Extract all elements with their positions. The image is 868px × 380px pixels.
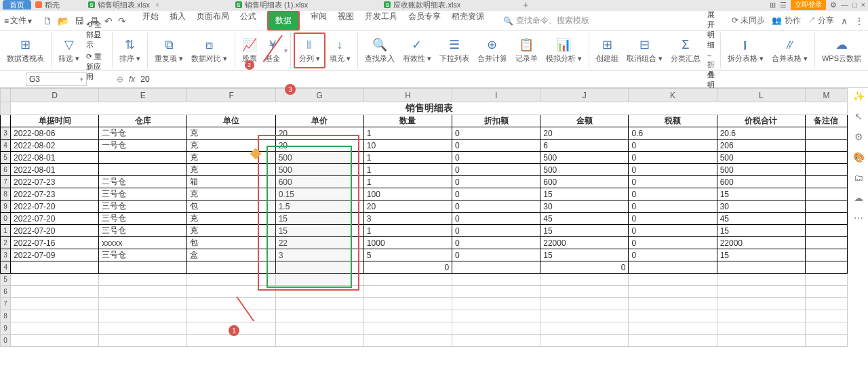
login-button[interactable]: 立即登录 (791, 0, 826, 10)
table-row[interactable]: 72022-07-23二号仓箱600106000600 (1, 176, 848, 188)
coop-button[interactable]: 👥 协作 (772, 15, 800, 26)
cancel-icon[interactable]: ⊖ (117, 75, 123, 84)
tab-home[interactable]: 首页 (3, 0, 31, 9)
tab-add[interactable]: + (519, 0, 532, 9)
col-header-H[interactable]: H (363, 89, 452, 102)
backup-icon[interactable]: ☁ (854, 192, 863, 203)
command-search[interactable]: 🔍 查找命令、搜索模板 (503, 15, 589, 26)
filter-button[interactable]: ▽筛选 ▾ (54, 33, 83, 68)
sparkle-icon[interactable]: ✨ (853, 91, 865, 102)
ribbon-tabs: 开始 插入 页面布局 公式 数据 审阅 视图 开发工具 会员专享 稻壳资源 (142, 11, 484, 30)
table-header-row: 单据时间仓库单位单价数量折扣额金额税额价税合计备注信 (1, 115, 848, 127)
list-view-icon[interactable]: ☰ (780, 1, 787, 9)
collapse-ribbon-icon[interactable]: ∧ (841, 16, 848, 26)
col-header-J[interactable]: J (540, 89, 629, 102)
table-row[interactable]: 42022-08-02一号仓克2010060206 (1, 140, 848, 152)
what-if-button[interactable]: 📊模拟分析 ▾ (542, 33, 586, 68)
share-button[interactable]: ↗ 分享 (808, 15, 834, 26)
tab-formula[interactable]: 公式 (240, 11, 256, 30)
subtotal-button[interactable]: Σ分类汇总 (667, 33, 705, 68)
data-compare-button[interactable]: ⧈数据对比 ▾ (187, 33, 231, 68)
select-all-corner[interactable] (1, 89, 11, 102)
tab-dev[interactable]: 开发工具 (365, 11, 397, 30)
xlsx-icon: S (88, 1, 95, 8)
pivot-button[interactable]: ⊞数据透视表 (3, 33, 48, 68)
table-row[interactable]: 32022-08-06二号仓克2010200.620.6 (1, 127, 848, 140)
style-icon[interactable]: 🎨 (853, 152, 865, 163)
ungroup-button[interactable]: ⊟取消组合 ▾ (623, 33, 667, 68)
tab-start[interactable]: 开始 (142, 11, 159, 30)
dropdown-list-button[interactable]: ☰下拉列表 (435, 33, 473, 68)
tab-member[interactable]: 会员专享 (408, 11, 441, 30)
show-all-button[interactable]: ⟲ 全部显示 (86, 20, 106, 50)
reapply-button[interactable]: ⟳ 重新应用 (86, 51, 106, 82)
col-header-M[interactable]: M (805, 89, 847, 102)
table-row[interactable]: 22022-07-16xxxxx包221000022000022000 (1, 237, 848, 249)
consolidate-button[interactable]: ⊕合并计算 (473, 33, 511, 68)
tab-data[interactable]: 数据 (267, 11, 300, 30)
tab-insert[interactable]: 插入 (170, 11, 186, 30)
tab-review[interactable]: 审阅 (311, 11, 327, 30)
col-header-K[interactable]: K (629, 89, 717, 102)
minimize-button[interactable]: — (841, 1, 848, 9)
annotation-3: 3 (285, 84, 296, 95)
search-icon: 🔍 (503, 16, 513, 26)
name-box[interactable]: G3▾ (26, 72, 87, 86)
wps-cloud-button[interactable]: ☁WPS云数据 (818, 33, 865, 68)
save-icon[interactable]: 🖫 (75, 16, 84, 26)
formula-bar: G3▾ ⊖ fx 20 (0, 70, 868, 88)
duplicates-button[interactable]: ⧉重复项 ▾ (151, 33, 187, 68)
table-row[interactable]: 82022-07-23三号仓克0.15100015015 (1, 188, 848, 200)
fund-button[interactable]: ￥基金 (261, 33, 284, 68)
sync-status[interactable]: ⟳ 未同步 (732, 15, 765, 26)
table-row[interactable]: 02022-07-20三号仓克153045045 (1, 213, 848, 225)
find-entry-button[interactable]: 🔍查找录入 (361, 33, 399, 68)
text-to-columns-button[interactable]: ⫴分列 ▾ (294, 33, 326, 68)
table-row[interactable]: 12022-07-20三号仓克151015015 (1, 225, 848, 237)
tab-file1[interactable]: S销售明细表.xlsx× (84, 0, 163, 9)
stock-button[interactable]: 📈股票2 (238, 33, 261, 68)
fx-icon[interactable]: fx (129, 75, 135, 84)
file-menu[interactable]: ≡ 文件 ▾ (4, 15, 32, 26)
tab-layout[interactable]: 页面布局 (197, 11, 229, 30)
more-icon[interactable]: ⋮ (854, 16, 864, 26)
tab-view[interactable]: 视图 (338, 11, 354, 30)
settings-icon[interactable]: ⚙ (854, 131, 863, 142)
table-row[interactable]: 52022-08-01克500105000500 (1, 152, 848, 164)
validation-button[interactable]: ✓有效性 ▾ (399, 33, 435, 68)
more-sidebar-icon[interactable]: ⋯ (854, 213, 863, 224)
settings-icon[interactable]: ⚙ (830, 1, 837, 9)
col-header-I[interactable]: I (452, 89, 540, 102)
merge-table-button[interactable]: ⫽合并表格 ▾ (768, 33, 812, 68)
table-row[interactable]: 92022-07-20三号仓包1.520030030 (1, 200, 848, 213)
formula-input[interactable]: 20 (140, 75, 149, 84)
sort-button[interactable]: ⇅排序 ▾ (115, 33, 144, 68)
tab-daoke[interactable]: 稻壳 (31, 0, 64, 9)
table-row[interactable]: 62022-08-01克500105000500 (1, 164, 848, 176)
record-form-button[interactable]: 📋记录单 (511, 33, 542, 68)
annotation-2: 2 (245, 60, 254, 70)
close-icon[interactable]: × (155, 1, 159, 9)
fill-button[interactable]: ↓填充 ▾ (326, 33, 355, 68)
split-table-button[interactable]: ⫿拆分表格 ▾ (724, 33, 768, 68)
title-bar: 首页 稻壳 S销售明细表.xlsx× S销售明细表 (1).xlsx S应收账款… (0, 0, 868, 11)
daoke-icon (35, 1, 42, 8)
toolbox-icon[interactable]: 🗂 (854, 172, 863, 183)
tab-file3[interactable]: S应收账款明细表.xlsx (380, 0, 465, 9)
spreadsheet-grid[interactable]: D E F G H I J K L M 销售明细表 单据时间仓库单位单价数量折扣… (0, 88, 848, 380)
open-icon[interactable]: 📂 (58, 16, 69, 26)
tab-resource[interactable]: 稻壳资源 (452, 11, 484, 30)
redo-icon[interactable]: ↷ (118, 16, 126, 26)
tab-file2[interactable]: S销售明细表 (1).xlsx (231, 0, 313, 9)
table-row[interactable]: 32022-07-09三号仓盒35015015 (1, 249, 848, 261)
col-header-D[interactable]: D (11, 89, 99, 102)
close-window-button[interactable]: × (861, 1, 865, 9)
col-header-L[interactable]: L (717, 89, 805, 102)
col-header-E[interactable]: E (99, 89, 187, 102)
group-button[interactable]: ⊞创建组 (592, 33, 623, 68)
cursor-icon[interactable]: ↖ (854, 111, 863, 122)
maximize-button[interactable]: □ (852, 1, 857, 9)
grid-view-icon[interactable]: ⊞ (770, 1, 776, 9)
col-header-F[interactable]: F (187, 89, 275, 102)
new-icon[interactable]: 🗋 (43, 16, 52, 26)
